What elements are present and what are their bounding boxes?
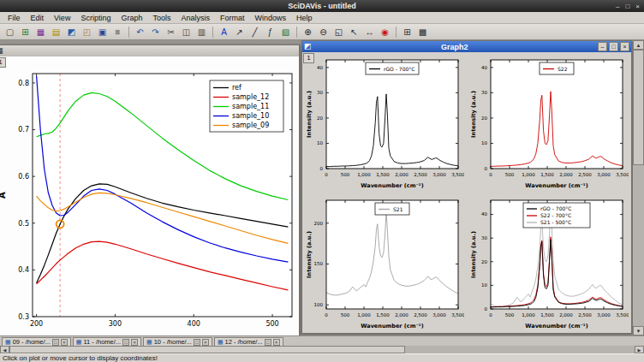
svg-text:20: 20 bbox=[317, 116, 323, 121]
svg-text:400: 400 bbox=[188, 320, 200, 328]
new-note-button[interactable]: ▤ bbox=[49, 25, 63, 39]
graph2-titlebar[interactable]: ◩ Graph2 – □ × bbox=[302, 41, 631, 52]
tab-restore-button[interactable]: □ bbox=[265, 339, 271, 346]
tab-close-button[interactable]: × bbox=[202, 339, 209, 346]
toolbar: ▢⊞▦▤◩◰▣≡↶↷✂◫▥A↗╱ƒ▧⊕⊖◱↖↔◉⊞▩ bbox=[0, 24, 644, 40]
undo-button[interactable]: ↶ bbox=[133, 25, 147, 39]
svg-text:30: 30 bbox=[481, 235, 487, 240]
menu-help[interactable]: Help bbox=[291, 13, 318, 23]
add-equation-button[interactable]: ƒ bbox=[263, 25, 277, 39]
uvvis-graph-window[interactable]: ▦ 1 2003004005000.30.40.50.60.70.8Arefsa… bbox=[0, 45, 300, 335]
svg-text:rGO - 700°C: rGO - 700°C bbox=[540, 205, 571, 211]
add-layer-button[interactable]: ⊞ bbox=[400, 25, 414, 39]
app-title-bar[interactable]: SciDAVis - untitled – □ × bbox=[0, 0, 644, 12]
arrange-layers-button[interactable]: ▩ bbox=[415, 25, 430, 39]
new-matrix-button[interactable]: ▦ bbox=[33, 25, 48, 39]
svg-text:2,000: 2,000 bbox=[395, 172, 408, 177]
svg-text:S21 - 500°C: S21 - 500°C bbox=[540, 219, 571, 225]
raman-plot-s22[interactable]: 05001,0001,5002,0002,5003,0003,500010203… bbox=[468, 54, 629, 190]
raman-plot-s21[interactable]: 05001,0001,5002,0002,5003,0003,500100150… bbox=[304, 194, 464, 330]
graph2-window[interactable]: ◩ Graph2 – □ × 1 05001,0001,5002,0002,50… bbox=[301, 40, 632, 334]
add-text-button[interactable]: A bbox=[217, 25, 231, 39]
horizontal-scrollbar[interactable]: ◀ ▶ bbox=[0, 346, 644, 353]
menu-file[interactable]: File bbox=[3, 13, 26, 23]
app-minimize-button[interactable]: – bbox=[616, 3, 619, 10]
draw-line-button[interactable]: ╱ bbox=[247, 25, 262, 39]
menu-scripting[interactable]: Scripting bbox=[75, 13, 116, 23]
child-close-button[interactable]: × bbox=[620, 42, 629, 51]
window-tab-bar: ▦09 - /home/...□×▦11 - /home/...□×▦10 - … bbox=[0, 335, 644, 346]
rescale-to-show-all-button[interactable]: ◱ bbox=[331, 25, 346, 39]
paste-selection-button[interactable]: ▥ bbox=[194, 25, 209, 39]
uvvis-plot[interactable]: 2003004005000.30.40.50.60.70.8Arefsample… bbox=[0, 56, 299, 335]
layer-1-button[interactable]: 1 bbox=[303, 53, 314, 63]
raman-plot-combined[interactable]: 05001,0001,5002,0002,5003,0003,500010203… bbox=[468, 194, 629, 330]
pointer-button[interactable]: ↖ bbox=[347, 25, 361, 39]
vertical-scrollbar-thumb[interactable] bbox=[633, 50, 644, 165]
svg-text:0: 0 bbox=[325, 172, 328, 177]
svg-text:500: 500 bbox=[265, 320, 278, 328]
app-maximize-button[interactable]: □ bbox=[625, 3, 629, 10]
horizontal-scrollbar-thumb[interactable] bbox=[9, 346, 405, 353]
save-project-button[interactable]: ▣ bbox=[95, 25, 110, 39]
tab-label: 10 - /home/... bbox=[154, 338, 192, 346]
window-tab[interactable]: ▦10 - /home/...□× bbox=[143, 337, 212, 346]
svg-text:30: 30 bbox=[317, 90, 323, 95]
menu-graph[interactable]: Graph bbox=[116, 13, 147, 23]
new-project-button[interactable]: ▢ bbox=[3, 25, 17, 39]
menu-analysis[interactable]: Analysis bbox=[176, 13, 215, 23]
open-project-button[interactable]: ◰ bbox=[80, 25, 94, 39]
horizontal-scrollbar-track[interactable] bbox=[9, 346, 635, 353]
raman-plot-rgo[interactable]: 05001,0001,5002,0002,5003,0003,500010203… bbox=[304, 54, 464, 190]
new-graph-button[interactable]: ◩ bbox=[64, 25, 79, 39]
print-button[interactable]: ≡ bbox=[110, 25, 125, 39]
scroll-right-button[interactable]: ▶ bbox=[635, 346, 644, 353]
graph2-canvas[interactable]: 1 05001,0001,5002,0002,5003,0003,5000102… bbox=[302, 52, 631, 333]
child-minimize-button[interactable]: – bbox=[598, 42, 607, 51]
scroll-down-button[interactable]: ▼ bbox=[633, 326, 644, 335]
tab-close-button[interactable]: × bbox=[61, 339, 68, 346]
svg-text:0: 0 bbox=[489, 172, 492, 177]
scroll-left-button[interactable]: ◀ bbox=[0, 346, 9, 353]
copy-selection-button[interactable]: ◫ bbox=[179, 25, 194, 39]
uvvis-graph-titlebar[interactable]: ▦ bbox=[0, 45, 299, 56]
zoom-out-button[interactable]: ⊖ bbox=[316, 25, 331, 39]
select-data-range-button[interactable]: ↔ bbox=[362, 25, 377, 39]
svg-text:500: 500 bbox=[505, 312, 515, 317]
window-tab[interactable]: ▦09 - /home/...□× bbox=[2, 337, 71, 346]
tab-close-button[interactable]: × bbox=[131, 339, 138, 346]
tab-restore-button[interactable]: □ bbox=[194, 339, 200, 346]
toolbar-separator bbox=[128, 27, 129, 38]
cut-selection-button[interactable]: ✂ bbox=[164, 25, 178, 39]
add-image-button[interactable]: ▧ bbox=[278, 25, 293, 39]
menu-tools[interactable]: Tools bbox=[147, 13, 176, 23]
uvvis-graph-canvas[interactable]: 1 2003004005000.30.40.50.60.70.8Arefsamp… bbox=[0, 56, 299, 335]
menu-edit[interactable]: Edit bbox=[26, 13, 50, 23]
tab-close-button[interactable]: × bbox=[273, 339, 280, 346]
zoom-in-button[interactable]: ⊕ bbox=[301, 25, 315, 39]
table-icon: ▦ bbox=[146, 339, 152, 346]
layer-1-button[interactable]: 1 bbox=[0, 57, 6, 68]
window-tab[interactable]: ▦11 - /home/...□× bbox=[73, 337, 141, 346]
menu-windows[interactable]: Windows bbox=[249, 13, 291, 23]
svg-text:1,500: 1,500 bbox=[540, 172, 554, 177]
svg-text:sample_12: sample_12 bbox=[232, 93, 269, 101]
svg-text:0.8: 0.8 bbox=[18, 80, 29, 87]
tab-label: 11 - /home/... bbox=[83, 338, 121, 346]
vertical-scrollbar[interactable]: ▲ ▼ bbox=[633, 40, 644, 335]
tab-restore-button[interactable]: □ bbox=[122, 339, 129, 346]
menu-view[interactable]: View bbox=[49, 13, 75, 23]
app-close-button[interactable]: × bbox=[635, 3, 640, 10]
window-tab[interactable]: ▦12 - /home/...□× bbox=[214, 337, 283, 346]
menu-format[interactable]: Format bbox=[215, 13, 250, 23]
new-project-icon: ▢ bbox=[6, 27, 14, 37]
scroll-up-button[interactable]: ▲ bbox=[633, 40, 644, 50]
tab-restore-button[interactable]: □ bbox=[52, 339, 59, 346]
svg-text:3,000: 3,000 bbox=[597, 172, 611, 177]
redo-button[interactable]: ↷ bbox=[148, 25, 163, 39]
svg-text:200: 200 bbox=[314, 221, 324, 226]
new-table-button[interactable]: ⊞ bbox=[18, 25, 33, 39]
draw-arrow-button[interactable]: ↗ bbox=[232, 25, 247, 39]
child-restore-button[interactable]: □ bbox=[609, 42, 618, 51]
data-reader-button[interactable]: ◉ bbox=[378, 25, 392, 39]
